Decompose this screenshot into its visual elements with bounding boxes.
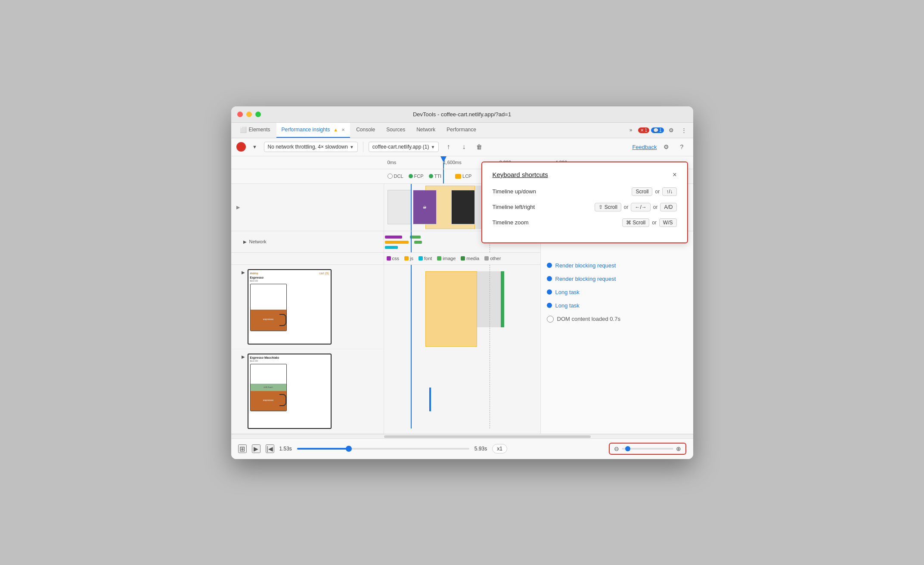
- settings-button[interactable]: ⚙: [666, 124, 677, 136]
- error-icon: ✕: [640, 128, 644, 133]
- legend-image: image: [437, 256, 456, 261]
- help-button[interactable]: ?: [676, 141, 688, 153]
- throttling-label: No network throttling, 4× slowdown: [268, 144, 348, 150]
- espresso-timeline: [384, 265, 540, 428]
- kbd-or-3: or: [652, 220, 657, 226]
- page-screenshots: ▶ menu cart (0) Espresso $10.00: [231, 265, 384, 434]
- more-tabs-button[interactable]: »: [626, 123, 636, 138]
- throttling-dropdown[interactable]: No network throttling, 4× slowdown ▼: [264, 142, 358, 152]
- legend-font-color: [419, 256, 423, 261]
- slider-thumb[interactable]: [346, 446, 352, 452]
- espresso-name: Espresso: [250, 276, 329, 279]
- insight-link-3[interactable]: Long task: [555, 289, 580, 295]
- thumb-dark-content: [452, 190, 474, 224]
- settings-gear-button[interactable]: ⚙: [660, 141, 673, 153]
- kbd-shortcuts-2: ⇧ Scroll or ←/→ or A/D: [553, 203, 677, 211]
- kbd-or-2a: or: [624, 204, 629, 210]
- maximize-button[interactable]: [255, 112, 261, 117]
- toolbar-separator: [363, 142, 363, 152]
- insight-link-1[interactable]: Render blocking request: [555, 262, 616, 269]
- record-button[interactable]: [236, 142, 246, 152]
- macchiato-row: ▶ Espresso Macchiato $12.00 mi: [231, 349, 384, 434]
- playback-slider[interactable]: [297, 448, 469, 450]
- download-button[interactable]: ↓: [458, 141, 470, 153]
- marker-0ms: 0ms: [388, 160, 443, 165]
- tab-close-icon[interactable]: ✕: [341, 127, 345, 132]
- tab-sources-label: Sources: [386, 127, 405, 133]
- expand-espresso[interactable]: ▶: [242, 270, 245, 275]
- macchiato-screenshot: Espresso Macchiato $12.00 milk foam espr…: [248, 354, 332, 429]
- tab-elements[interactable]: ⬜ Elements: [235, 123, 276, 138]
- kbd-key-ad: A/D: [660, 203, 676, 211]
- macchiato-cup: milk foam espresso: [250, 364, 287, 411]
- zoom-thumb[interactable]: [625, 446, 630, 451]
- tab-performance-insights-label: Performance insights: [282, 127, 330, 133]
- insight-link-4[interactable]: Long task: [555, 302, 580, 309]
- fcp-indicator: FCP: [409, 174, 424, 179]
- tab-console-label: Console: [356, 127, 375, 133]
- feedback-link[interactable]: Feedback: [632, 144, 657, 150]
- tab-elements-text: Elements: [249, 127, 270, 133]
- minimize-button[interactable]: [246, 112, 252, 117]
- skip-start-button[interactable]: |◀: [266, 444, 274, 453]
- legend-css-color: [387, 256, 391, 261]
- toolbar: ▼ No network throttling, 4× slowdown ▼ c…: [231, 138, 693, 156]
- zoom-out-icon[interactable]: ⊖: [614, 445, 619, 452]
- kbd-label-1: Timeline up/down: [493, 188, 553, 195]
- time-start: 1.53s: [279, 446, 292, 452]
- toolbar-right: Feedback ⚙ ?: [632, 141, 688, 153]
- legend-font-label: font: [424, 256, 432, 261]
- tab-sources[interactable]: Sources: [381, 123, 410, 138]
- filmstrip-thumb-3: [451, 190, 475, 224]
- screenshare-icon[interactable]: ⊞: [238, 444, 247, 453]
- close-button[interactable]: [237, 112, 243, 117]
- thumb-purple-content: ☕: [413, 190, 436, 224]
- tab-console[interactable]: Console: [351, 123, 380, 138]
- filmstrip-thumb-2: ☕: [413, 190, 437, 224]
- bottom-bar: ⊞ ▶ |◀ 1.53s 5.93s x1 ⊖ ⊕: [231, 438, 693, 459]
- kbd-shortcuts-1: Scroll or ↑/↓: [553, 187, 677, 196]
- net-bar-img2: [414, 241, 422, 244]
- upload-button[interactable]: ↑: [442, 141, 454, 153]
- insight-dot-1: [547, 263, 552, 268]
- lcp-indicator: LCP: [455, 174, 471, 179]
- tab-performance[interactable]: Performance: [441, 123, 481, 138]
- kbd-key-scroll-1: Scroll: [632, 187, 652, 196]
- legend-items: css js font: [387, 256, 501, 261]
- cart-label: cart (0): [319, 272, 329, 275]
- zoom-slider[interactable]: [622, 448, 673, 450]
- timeline-needle-head: [440, 156, 446, 162]
- page-needle: [411, 265, 412, 428]
- speed-button[interactable]: x1: [492, 444, 507, 453]
- legend-font: font: [419, 256, 432, 261]
- titlebar: DevTools - coffee-cart.netlify.app/?ad=1: [231, 106, 693, 123]
- url-selector-dropdown[interactable]: coffee-cart.netlify.app (1) ▼: [369, 142, 439, 152]
- network-section: ▶ Network ▶ menu: [231, 231, 693, 434]
- expand-macchiato[interactable]: ▶: [242, 354, 245, 359]
- legend-media-color: [461, 256, 465, 261]
- tti-label: TTI: [434, 174, 442, 179]
- insight-circle-5: [547, 316, 554, 323]
- timeline-needle-line: [443, 162, 444, 169]
- insight-link-2[interactable]: Render blocking request: [555, 276, 616, 282]
- play-button[interactable]: ▶: [252, 444, 260, 453]
- tab-elements-label: ⬜: [240, 127, 247, 133]
- insight-text-5: DOM content loaded 0.7s: [557, 316, 620, 322]
- zoom-in-icon[interactable]: ⊕: [676, 445, 681, 452]
- menu-label: menu: [250, 272, 258, 275]
- dcl-circle: [388, 174, 393, 179]
- tab-performance-insights[interactable]: Performance insights ▲ ✕: [276, 123, 350, 138]
- tab-network-label: Network: [416, 127, 435, 133]
- record-dropdown-button[interactable]: ▼: [249, 141, 260, 152]
- green-timeline-strip: [501, 271, 504, 327]
- kbd-close-button[interactable]: ×: [673, 171, 676, 179]
- insight-dot-3: [547, 289, 552, 295]
- delete-button[interactable]: 🗑: [473, 141, 485, 153]
- scrollbar-thumb[interactable]: [384, 435, 591, 438]
- legend-media-label: media: [466, 256, 479, 261]
- tti-dot: [429, 174, 433, 178]
- more-options-button[interactable]: ⋮: [679, 124, 690, 136]
- tab-network[interactable]: Network: [411, 123, 440, 138]
- timeline-center: css js font: [384, 231, 540, 434]
- insight-1: Render blocking request: [547, 262, 687, 269]
